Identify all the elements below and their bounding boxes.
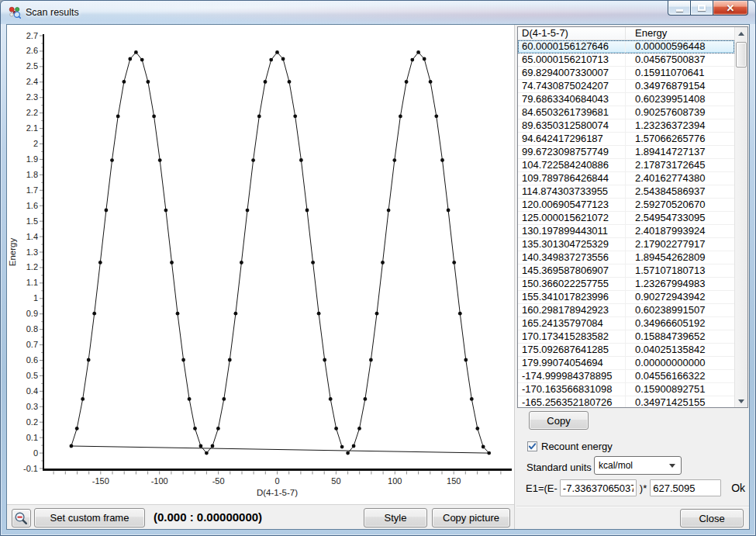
column-header-dihedral[interactable]: D(4-1-5-7) <box>518 27 626 40</box>
x-tick-label: -150 <box>92 476 109 486</box>
cell-dihedral: 114.874303733955 <box>518 185 626 198</box>
table-row[interactable]: 135.3013047253292.17902277917 <box>518 238 734 251</box>
minimize-button[interactable] <box>668 1 691 16</box>
data-point-marker <box>405 80 409 84</box>
data-point-marker <box>257 115 261 119</box>
table-row[interactable]: 74.74308750242070.34976879154 <box>518 80 734 93</box>
table-row[interactable]: 179.990740546940.00000000000 <box>518 357 734 370</box>
data-point-marker <box>429 80 433 84</box>
table-row[interactable]: 89.63503125800741.23236372394 <box>518 119 734 133</box>
titlebar[interactable]: Scan results ✕ <box>1 1 755 24</box>
table-row[interactable]: 165.241357970840.34966605192 <box>518 317 734 330</box>
table-row[interactable]: -165.2563521807260.34971425155 <box>518 396 734 407</box>
cell-dihedral: 130.197899443011 <box>518 225 626 237</box>
table-row[interactable]: 104.7225842408862.17873172645 <box>518 159 734 172</box>
y-tick-label: 2.2 <box>26 108 38 117</box>
data-point-marker <box>447 209 450 213</box>
table-row[interactable]: 130.1978994430112.40187993924 <box>518 225 734 238</box>
data-point-marker <box>487 451 491 455</box>
style-button[interactable]: Style <box>364 508 427 527</box>
column-header-energy[interactable]: Energy <box>626 27 734 40</box>
data-point-marker <box>375 312 379 316</box>
data-point-marker <box>181 358 185 362</box>
data-point-marker <box>464 358 468 362</box>
maximize-button[interactable] <box>691 1 713 16</box>
data-point-marker <box>240 261 243 265</box>
cell-dihedral: 104.722584240886 <box>518 159 626 171</box>
e1-shift-input[interactable] <box>560 479 637 496</box>
data-point-marker <box>416 50 420 54</box>
table-row[interactable]: 69.82940073300070.15911070641 <box>518 67 734 80</box>
cursor-coordinates: (0.000 : 0.00000000) <box>154 510 262 524</box>
units-value: kcal/mol <box>595 460 669 471</box>
table-row[interactable]: 160.2981789429230.60238991507 <box>518 304 734 317</box>
cell-dihedral: 160.298178942923 <box>518 304 626 316</box>
data-point-marker <box>98 261 102 265</box>
table-row[interactable]: 94.6424172961871.57066265776 <box>518 133 734 146</box>
cell-energy: 1.89414727137 <box>626 146 734 158</box>
table-row[interactable]: 140.3498372735561.89454262809 <box>518 251 734 265</box>
table-row[interactable]: 114.8743037339552.54384586937 <box>518 185 734 199</box>
data-point-marker <box>105 209 109 213</box>
table-row[interactable]: 125.0000156210722.54954733095 <box>518 212 734 225</box>
data-point-marker <box>340 445 344 449</box>
table-row[interactable]: -170.1635668310980.15900892751 <box>518 383 734 396</box>
cell-dihedral: 79.6863340684043 <box>518 93 626 105</box>
close-dialog-button[interactable]: Close <box>680 509 744 527</box>
data-point-marker <box>81 397 85 401</box>
zoom-out-button[interactable] <box>12 509 31 527</box>
cell-dihedral: 150.366022257755 <box>518 278 626 290</box>
cell-dihedral: 179.99074054694 <box>518 357 626 369</box>
data-point-marker <box>369 358 373 362</box>
table-row[interactable]: 79.68633406840430.60239951408 <box>518 93 734 106</box>
cell-dihedral: 60.0000156127646 <box>518 40 626 53</box>
scrollbar-down-button[interactable] <box>735 395 747 407</box>
data-point-marker <box>123 80 126 84</box>
data-point-marker <box>264 80 268 84</box>
data-point-marker <box>317 312 321 316</box>
table-row[interactable]: 120.0069054771232.59270520670 <box>518 199 734 212</box>
table-scrollbar[interactable] <box>734 27 747 407</box>
ok-button[interactable]: Ok <box>731 482 745 494</box>
cell-dihedral: 120.006905477123 <box>518 199 626 211</box>
y-tick-label: 0.5 <box>26 371 38 380</box>
table-row[interactable]: 84.65032617396810.90257608739 <box>518 106 734 119</box>
table-row[interactable]: 60.00001561276460.00000596448 <box>518 40 734 54</box>
data-point-marker <box>211 444 215 448</box>
scrollbar-thumb[interactable] <box>736 42 747 67</box>
table-row[interactable]: 65.00001562107130.04567500837 <box>518 54 734 67</box>
copy-button[interactable]: Copy <box>529 411 589 430</box>
table-row[interactable]: 175.0926876412850.04025135842 <box>518 344 734 357</box>
data-point-marker <box>334 427 338 431</box>
table-row[interactable]: 150.3660222577551.23267994983 <box>518 278 734 291</box>
units-dropdown[interactable]: kcal/mol <box>594 456 682 475</box>
table-row[interactable]: 145.3695878069071.57107180713 <box>518 265 734 278</box>
recount-energy-checkbox[interactable] <box>527 441 537 451</box>
scan-results-window: Scan results ✕ -0.100.10.20.30.40.50.60.… <box>0 0 756 536</box>
y-tick-label: 2.7 <box>26 31 38 40</box>
cell-energy: 0.00000596448 <box>626 40 734 53</box>
data-point-marker <box>357 427 361 431</box>
data-point-marker <box>234 312 238 316</box>
table-row[interactable]: 109.7897864268442.40162774380 <box>518 172 734 185</box>
set-custom-frame-button[interactable]: Set custom frame <box>34 508 145 527</box>
y-tick-label: 1.9 <box>26 154 38 164</box>
copy-picture-button[interactable]: Copy picture <box>432 508 510 527</box>
scrollbar-up-button[interactable] <box>735 27 747 40</box>
table-row[interactable]: 155.3410178239960.90272943942 <box>518 291 734 304</box>
data-point-marker <box>306 209 309 213</box>
scan-plot[interactable]: -0.100.10.20.30.40.50.60.70.80.911.11.21… <box>7 25 515 504</box>
table-row[interactable]: 170.1734152835820.15884739652 <box>518 330 734 344</box>
y-tick-label: 2.5 <box>26 61 38 71</box>
close-icon: ✕ <box>727 2 735 15</box>
data-point-marker <box>228 358 232 362</box>
cell-energy: 2.40187993924 <box>626 225 734 237</box>
recount-energy-row: Recount energy <box>527 440 613 452</box>
table-row[interactable]: 99.67230987577491.89414727137 <box>518 146 734 159</box>
data-point-marker <box>329 397 333 401</box>
table-row[interactable]: -174.9999843788950.04556166322 <box>518 370 734 383</box>
e1-factor-input[interactable] <box>650 479 721 496</box>
y-tick-label: 0.6 <box>26 355 38 365</box>
close-window-button[interactable]: ✕ <box>713 1 748 16</box>
cell-energy: 2.59270520670 <box>626 199 734 211</box>
